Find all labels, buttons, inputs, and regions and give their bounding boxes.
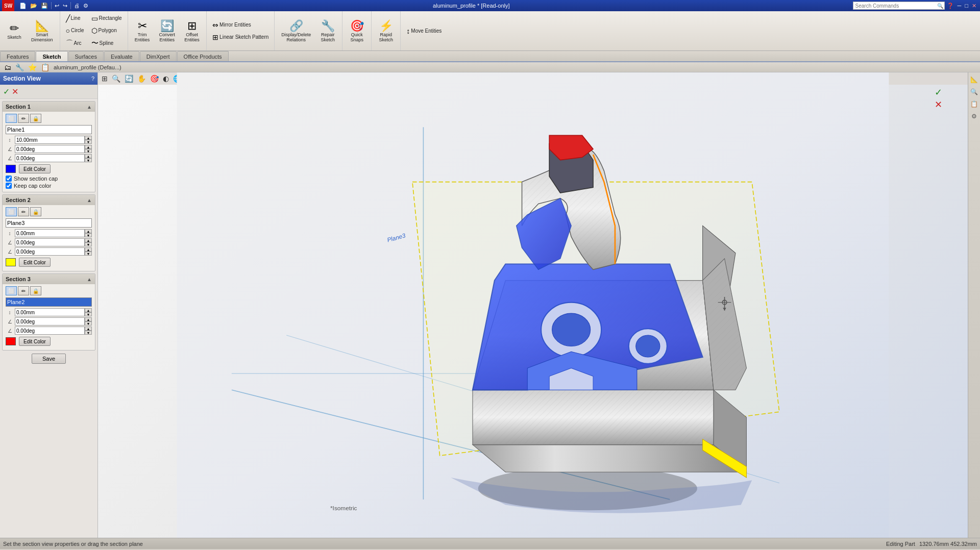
right-panel-btn4[interactable]: ⚙ <box>969 111 979 121</box>
trim-button[interactable]: ✂ TrimEntities <box>131 17 154 45</box>
tab-surfaces[interactable]: Surfaces <box>68 51 104 61</box>
section2-a2-up[interactable]: ▲ <box>85 247 92 252</box>
section3-collapse[interactable]: ▲ <box>87 277 92 282</box>
section3-edit-color-button[interactable]: Edit Color <box>19 337 51 346</box>
section2-a1-down[interactable]: ▼ <box>85 242 92 246</box>
print-btn[interactable]: 🖨 <box>72 2 81 9</box>
section3-color-swatch[interactable] <box>6 337 16 345</box>
section1-show-cap-checkbox[interactable] <box>6 176 12 182</box>
section1-keep-cap-checkbox[interactable] <box>6 183 12 189</box>
section1-plane-btn1[interactable]: ⬜ <box>6 114 17 123</box>
viewport-ok-icon[interactable]: ✓ <box>935 87 942 98</box>
right-panel-btn3[interactable]: 📋 <box>969 99 979 109</box>
sketch-button[interactable]: ✏ Sketch <box>3 19 26 43</box>
section3-dist-down[interactable]: ▼ <box>85 312 92 316</box>
right-panel-btn1[interactable]: 📐 <box>969 74 979 85</box>
quick-snaps-button[interactable]: 🎯 QuickSnaps <box>346 17 368 45</box>
section3-plane-input[interactable] <box>6 297 92 307</box>
section2-a1-up[interactable]: ▲ <box>85 238 92 242</box>
offset-button[interactable]: ⊞ OffsetEntities <box>181 17 203 45</box>
section1-header[interactable]: Section 1 ▲ <box>3 102 95 112</box>
section1-angle1-input[interactable] <box>15 145 85 153</box>
search-bar[interactable]: 🔍 <box>853 2 945 10</box>
redo-btn[interactable]: ↪ <box>61 2 69 10</box>
new-file-btn[interactable]: 📄 <box>18 2 28 10</box>
repair-sketch-button[interactable]: 🔧 RepairSketch <box>316 17 339 45</box>
tree-icon-2[interactable]: 🔧 <box>13 63 26 72</box>
section1-distance-input[interactable] <box>15 136 85 144</box>
tree-icon-3[interactable]: ⭐ <box>26 63 39 72</box>
tab-dimxpert[interactable]: DimXpert <box>140 51 177 61</box>
tab-office-products[interactable]: Office Products <box>177 51 229 61</box>
linear-pattern-button[interactable]: ⊞ Linear Sketch Pattern <box>210 32 271 43</box>
section2-collapse[interactable]: ▲ <box>87 197 92 203</box>
cancel-button[interactable]: ✕ <box>12 87 18 96</box>
circle-btn[interactable]: ○ Circle <box>63 25 87 36</box>
section3-plane-btn2[interactable]: ✏ <box>18 286 29 295</box>
section2-color-swatch[interactable] <box>6 258 16 266</box>
display-delete-button[interactable]: 🔗 Display/DeleteRelations <box>278 17 314 45</box>
section1-plane-input[interactable] <box>6 125 92 134</box>
section2-header[interactable]: Section 2 ▲ <box>3 195 95 205</box>
section1-angle1-down[interactable]: ▼ <box>85 149 92 153</box>
viewport-cancel-icon[interactable]: ✕ <box>935 99 942 110</box>
options-btn[interactable]: ⚙ <box>82 2 90 10</box>
ok-button[interactable]: ✓ <box>3 87 10 96</box>
section2-plane-btn1[interactable]: ⬜ <box>6 207 17 216</box>
section1-collapse[interactable]: ▲ <box>87 104 92 110</box>
section3-header[interactable]: Section 3 ▲ <box>3 274 95 284</box>
section1-angle2-down[interactable]: ▼ <box>85 158 92 162</box>
tab-sketch[interactable]: Sketch <box>36 51 67 61</box>
tree-icon-1[interactable]: 🗂 <box>2 63 13 72</box>
rapid-sketch-button[interactable]: ⚡ RapidSketch <box>375 17 397 45</box>
section3-a2-up[interactable]: ▲ <box>85 327 92 331</box>
section1-plane-btn3[interactable]: 🔒 <box>30 114 41 123</box>
section3-angle2-input[interactable] <box>15 327 85 335</box>
section2-distance-input[interactable] <box>15 229 85 237</box>
section3-plane-btn3[interactable]: 🔒 <box>30 286 41 295</box>
tab-features[interactable]: Features <box>0 51 35 61</box>
section2-angle2-input[interactable] <box>15 247 85 256</box>
save-btn[interactable]: 💾 <box>39 2 50 10</box>
solidworks-logo[interactable]: SW <box>2 0 14 11</box>
section2-plane-btn2[interactable]: ✏ <box>18 207 29 216</box>
section3-plane-btn1[interactable]: ⬜ <box>6 286 17 295</box>
section1-edit-color-button[interactable]: Edit Color <box>19 164 51 173</box>
section2-plane-btn3[interactable]: 🔒 <box>30 207 41 216</box>
section2-a2-down[interactable]: ▼ <box>85 252 92 256</box>
section1-angle1-up[interactable]: ▲ <box>85 145 92 149</box>
help-btn[interactable]: ❓ <box>945 2 955 10</box>
smart-dimension-button[interactable]: 📐 SmartDimension <box>28 17 57 45</box>
minimize-btn[interactable]: ─ <box>956 2 963 9</box>
section2-plane-input[interactable] <box>6 218 92 228</box>
section3-distance-input[interactable] <box>15 308 85 316</box>
line-btn[interactable]: ╱ Line <box>63 13 87 24</box>
restore-btn[interactable]: □ <box>963 2 970 9</box>
help-button[interactable]: ? <box>91 76 94 82</box>
section1-distance-down[interactable]: ▼ <box>85 140 92 144</box>
section2-dist-up[interactable]: ▲ <box>85 229 92 233</box>
section1-distance-up[interactable]: ▲ <box>85 136 92 140</box>
tree-icon-4[interactable]: 📋 <box>39 63 52 72</box>
viewport[interactable]: ⊞ 🔍 🔄 ✋ 🎯 ◐ 🌐 💡 📷 🎨 <box>98 72 968 538</box>
section3-a1-down[interactable]: ▼ <box>85 321 92 326</box>
rectangle-btn[interactable]: ▭ Rectangle <box>89 13 125 24</box>
section3-dist-up[interactable]: ▲ <box>85 308 92 312</box>
tab-evaluate[interactable]: Evaluate <box>104 51 139 61</box>
section3-a2-down[interactable]: ▼ <box>85 331 92 335</box>
section1-plane-btn2[interactable]: ✏ <box>18 114 29 123</box>
open-btn[interactable]: 📂 <box>29 2 39 10</box>
close-btn[interactable]: ✕ <box>970 2 978 10</box>
section2-dist-down[interactable]: ▼ <box>85 233 92 237</box>
right-panel-btn2[interactable]: 🔍 <box>969 87 979 97</box>
save-button[interactable]: Save <box>32 354 66 364</box>
polygon-btn[interactable]: ⬡ Polygon <box>89 25 125 36</box>
arc-btn[interactable]: ⌒ Arc <box>63 37 87 49</box>
section1-angle2-input[interactable] <box>15 154 85 162</box>
move-entities-button[interactable]: ↕ Move Entities <box>404 26 444 37</box>
convert-button[interactable]: 🔄 ConvertEntities <box>156 17 179 45</box>
spline-btn[interactable]: 〜 Spline <box>89 37 125 49</box>
section2-edit-color-button[interactable]: Edit Color <box>19 258 51 267</box>
section3-angle1-input[interactable] <box>15 317 85 326</box>
search-input[interactable] <box>853 3 936 9</box>
